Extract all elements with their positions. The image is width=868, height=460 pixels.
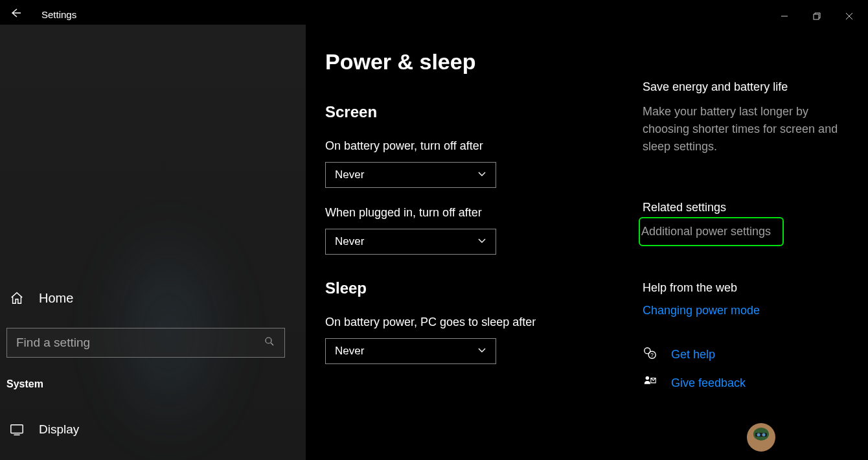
close-button[interactable] xyxy=(834,6,864,26)
svg-point-16 xyxy=(646,376,650,380)
minimize-button[interactable] xyxy=(770,6,799,26)
svg-point-21 xyxy=(762,433,766,437)
sidebar-item-display[interactable]: Display xyxy=(6,416,299,443)
sleep-heading: Sleep xyxy=(325,279,604,297)
related-heading: Related settings xyxy=(643,201,849,214)
page-title: Power & sleep xyxy=(325,49,604,75)
dropdown-value: Never xyxy=(335,235,364,248)
sidebar-item-label: Display xyxy=(39,422,79,437)
svg-line-5 xyxy=(271,343,273,345)
screen-plugged-label: When plugged in, turn off after xyxy=(325,206,604,220)
help-heading: Help from the web xyxy=(643,281,849,295)
get-help-link[interactable]: Get help xyxy=(671,348,715,362)
sleep-battery-label: On battery power, PC goes to sleep after xyxy=(325,316,604,329)
dropdown-value: Never xyxy=(335,345,364,358)
screen-battery-label: On battery power, turn off after xyxy=(325,139,604,153)
screen-plugged-dropdown[interactable]: Never xyxy=(325,229,496,255)
get-help-icon: ? xyxy=(643,346,657,363)
svg-text:?: ? xyxy=(650,352,654,358)
svg-rect-6 xyxy=(11,425,23,433)
home-label: Home xyxy=(39,291,73,306)
svg-point-4 xyxy=(266,338,271,343)
chevron-down-icon xyxy=(477,168,486,181)
feedback-icon xyxy=(643,374,657,391)
changing-power-mode-link[interactable]: Changing power mode xyxy=(643,304,849,317)
chevron-down-icon xyxy=(477,235,486,248)
category-label: System xyxy=(6,378,299,390)
back-icon[interactable] xyxy=(9,6,22,22)
give-feedback-link[interactable]: Give feedback xyxy=(671,376,746,390)
energy-heading: Save energy and battery life xyxy=(643,80,849,94)
screen-battery-dropdown[interactable]: Never xyxy=(325,162,496,188)
home-button[interactable]: Home xyxy=(6,284,299,312)
search-icon xyxy=(264,336,275,350)
screen-heading: Screen xyxy=(325,103,604,121)
home-icon xyxy=(9,290,25,306)
additional-power-link[interactable]: Additional power settings xyxy=(641,225,771,238)
search-input[interactable] xyxy=(16,336,264,350)
dropdown-value: Never xyxy=(335,168,364,181)
energy-text: Make your battery last longer by choosin… xyxy=(643,103,849,155)
svg-point-20 xyxy=(757,433,760,437)
svg-rect-1 xyxy=(814,14,819,19)
window-title: Settings xyxy=(41,9,76,20)
sleep-battery-dropdown[interactable]: Never xyxy=(325,338,496,364)
search-input-container[interactable] xyxy=(6,328,285,358)
watermark-icon xyxy=(745,421,777,454)
chevron-down-icon xyxy=(477,345,486,358)
display-icon xyxy=(9,422,25,437)
maximize-button[interactable] xyxy=(802,6,832,26)
